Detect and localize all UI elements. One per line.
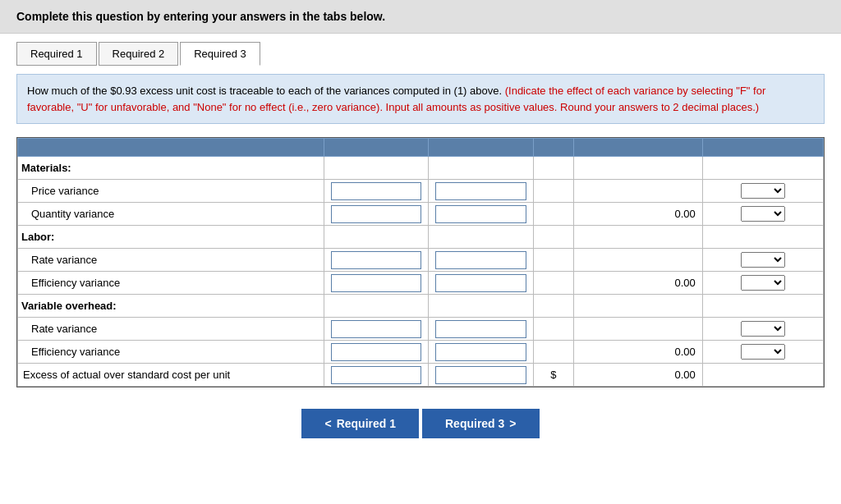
labor-rate-value — [573, 249, 702, 272]
input-qty-col2[interactable] — [435, 205, 526, 223]
input-varoh-rate-col2[interactable] — [435, 320, 526, 338]
table-row: Quantity variance 0.00 F U None — [18, 203, 824, 226]
select-cell-varoh-rate[interactable]: F U None — [702, 318, 823, 341]
select-labor-rate-effect[interactable]: F U None — [741, 252, 785, 268]
section-label-labor: Labor: — [18, 226, 324, 249]
select-cell-qty[interactable]: F U None — [702, 203, 823, 226]
input-excess-col2[interactable] — [435, 366, 526, 384]
label-qty-variance: Quantity variance — [18, 203, 324, 226]
input-cell-excess-col2[interactable] — [429, 364, 534, 387]
label-labor-rate: Rate variance — [18, 249, 324, 272]
input-price-col2[interactable] — [435, 182, 526, 200]
instruction-main: How much of the $0.93 excess unit cost i… — [27, 85, 505, 97]
table-row: Excess of actual over standard cost per … — [18, 364, 824, 387]
tab-required-2[interactable]: Required 2 — [99, 42, 179, 66]
excess-value: 0.00 — [573, 364, 702, 387]
labor-rate-dollar — [533, 249, 573, 272]
header-text: Complete this question by entering your … — [16, 10, 385, 23]
tab-required-1[interactable]: Required 1 — [16, 42, 97, 66]
input-cell-varoh-eff-col2[interactable] — [429, 341, 534, 364]
select-varoh-eff-effect[interactable]: F U None — [741, 344, 785, 360]
table-row: Efficiency variance 0.00 F U None — [18, 341, 824, 364]
section-labor: Labor: — [18, 226, 824, 249]
select-qty-effect[interactable]: F U None — [741, 206, 785, 222]
labor-eff-dollar — [533, 272, 573, 295]
section-label-varoh: Variable overhead: — [18, 295, 324, 318]
input-cell-excess-col1[interactable] — [324, 364, 429, 387]
select-varoh-rate-effect[interactable]: F U None — [741, 321, 785, 337]
input-varoh-eff-col1[interactable] — [331, 343, 421, 361]
input-varoh-rate-col1[interactable] — [331, 320, 421, 338]
variance-table: Materials: Price variance — [17, 138, 824, 387]
prev-button[interactable]: < Required 1 — [301, 409, 419, 438]
price-value — [573, 180, 702, 203]
tabs-row: Required 1 Required 2 Required 3 — [0, 34, 841, 66]
select-cell-excess — [702, 364, 823, 387]
input-cell-qty-col2[interactable] — [429, 203, 534, 226]
table-row: Rate variance F U None — [18, 249, 824, 272]
select-labor-eff-effect[interactable]: F U None — [741, 275, 785, 291]
varoh-eff-dollar — [533, 341, 573, 364]
section-varoh: Variable overhead: — [18, 295, 824, 318]
table-row: Efficiency variance 0.00 F U None — [18, 272, 824, 295]
label-varoh-eff: Efficiency variance — [18, 341, 324, 364]
header-banner: Complete this question by entering your … — [0, 0, 841, 34]
input-excess-col1[interactable] — [331, 366, 421, 384]
table-row: Rate variance F U None — [18, 318, 824, 341]
col-header-select — [702, 139, 823, 157]
qty-dollar — [533, 203, 573, 226]
price-dollar — [533, 180, 573, 203]
col-header-value — [573, 139, 702, 157]
input-labor-rate-col1[interactable] — [331, 251, 421, 269]
select-cell-labor-eff[interactable]: F U None — [702, 272, 823, 295]
input-varoh-eff-col2[interactable] — [435, 343, 526, 361]
next-button[interactable]: Required 3 > — [422, 409, 540, 438]
qty-value: 0.00 — [573, 203, 702, 226]
excess-dollar: $ — [533, 364, 573, 387]
input-cell-qty-col1[interactable] — [324, 203, 429, 226]
col-header-2 — [429, 139, 534, 157]
table-header-row — [18, 139, 824, 157]
col-header-1 — [324, 139, 429, 157]
input-labor-rate-col2[interactable] — [435, 251, 526, 269]
input-cell-varoh-rate-col1[interactable] — [324, 318, 429, 341]
input-cell-price-col2[interactable] — [429, 180, 534, 203]
select-cell-price[interactable]: F U None — [702, 180, 823, 203]
input-cell-labor-eff-col2[interactable] — [429, 272, 534, 295]
labor-eff-value: 0.00 — [573, 272, 702, 295]
select-cell-varoh-eff[interactable]: F U None — [702, 341, 823, 364]
section-label-materials: Materials: — [18, 157, 324, 180]
label-price-variance: Price variance — [18, 180, 324, 203]
varoh-rate-value — [573, 318, 702, 341]
input-price-col1[interactable] — [331, 182, 421, 200]
col-header-label — [18, 139, 324, 157]
prev-arrow: < — [324, 417, 331, 430]
col-header-dollar — [533, 139, 573, 157]
input-cell-price-col1[interactable] — [324, 180, 429, 203]
select-price-effect[interactable]: F U None — [741, 183, 785, 199]
input-labor-eff-col2[interactable] — [435, 274, 526, 292]
input-cell-labor-eff-col1[interactable] — [324, 272, 429, 295]
label-excess-cost: Excess of actual over standard cost per … — [18, 364, 324, 387]
input-cell-varoh-eff-col1[interactable] — [324, 341, 429, 364]
input-cell-labor-rate-col2[interactable] — [429, 249, 534, 272]
next-label: Required 3 — [445, 417, 504, 430]
label-labor-efficiency: Efficiency variance — [18, 272, 324, 295]
bottom-nav: < Required 1 Required 3 > — [0, 396, 841, 455]
main-table-container: Materials: Price variance — [16, 137, 825, 387]
table-row: Price variance F U None — [18, 180, 824, 203]
section-materials: Materials: — [18, 157, 824, 180]
input-cell-varoh-rate-col2[interactable] — [429, 318, 534, 341]
varoh-rate-dollar — [533, 318, 573, 341]
varoh-eff-value: 0.00 — [573, 341, 702, 364]
input-labor-eff-col1[interactable] — [331, 274, 421, 292]
select-cell-labor-rate[interactable]: F U None — [702, 249, 823, 272]
next-arrow: > — [509, 417, 516, 430]
label-varoh-rate: Rate variance — [18, 318, 324, 341]
input-cell-labor-rate-col1[interactable] — [324, 249, 429, 272]
tab-required-3[interactable]: Required 3 — [180, 42, 260, 66]
instruction-box: How much of the $0.93 excess unit cost i… — [16, 74, 825, 124]
input-qty-col1[interactable] — [331, 205, 421, 223]
prev-label: Required 1 — [337, 417, 396, 430]
